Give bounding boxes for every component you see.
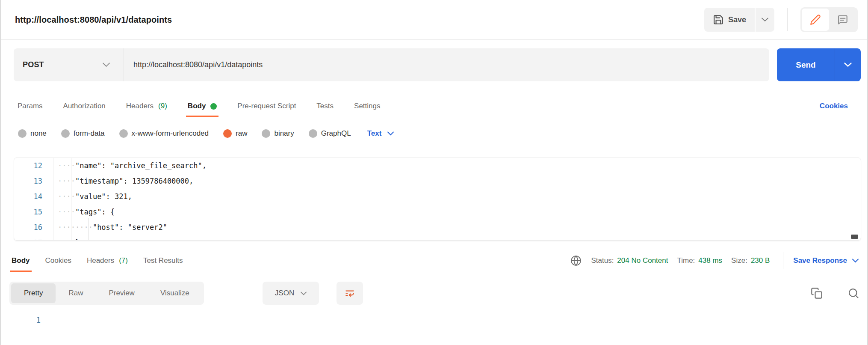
line-number: 13 bbox=[14, 173, 53, 189]
save-response-button[interactable]: Save Response bbox=[793, 256, 859, 265]
tab-label: Settings bbox=[354, 102, 380, 110]
response-tab-headers[interactable]: Headers(7) bbox=[87, 248, 128, 273]
method-selector[interactable]: POST bbox=[14, 48, 124, 81]
time-value: 438 ms bbox=[698, 256, 722, 265]
response-tab-cookies[interactable]: Cookies bbox=[45, 248, 71, 273]
tab-label: Tests bbox=[316, 102, 334, 110]
code-content: "name": "archive_file_search", bbox=[75, 161, 207, 170]
code-content: "tags": { bbox=[75, 208, 115, 216]
globe-icon[interactable] bbox=[570, 255, 582, 266]
code-text: ····"value": 321, bbox=[53, 192, 132, 201]
tab-headers[interactable]: Headers(9) bbox=[126, 94, 167, 118]
status-divider bbox=[783, 252, 783, 269]
tab-label: Pre-request Script bbox=[237, 102, 296, 110]
edit-mode-button[interactable] bbox=[802, 9, 829, 31]
request-header: http://localhost:8080/api/v1/datapoints … bbox=[1, 0, 867, 40]
rest-client-window: http://localhost:8080/api/v1/datapoints … bbox=[0, 0, 868, 345]
tab-pre-request-script[interactable]: Pre-request Script bbox=[237, 94, 296, 118]
line-number: 17 bbox=[14, 235, 53, 241]
whitespace-dots: ···· bbox=[58, 177, 75, 185]
pencil-icon bbox=[810, 14, 821, 25]
text-wrap-icon bbox=[344, 288, 355, 299]
code-line: 14 ····"value": 321, bbox=[14, 189, 861, 204]
status-pair: Status:204 No Content bbox=[591, 256, 668, 265]
request-tabs: Params Authorization Headers(9) Body Pre… bbox=[1, 94, 867, 118]
chevron-down-icon bbox=[844, 62, 852, 67]
whitespace-dots: ···· bbox=[58, 161, 75, 170]
scrollbar-thumb[interactable] bbox=[851, 235, 858, 239]
tab-params[interactable]: Params bbox=[18, 94, 43, 118]
radio-label: x-www-form-urlencoded bbox=[132, 129, 209, 138]
save-split-button: Save bbox=[704, 8, 774, 32]
response-toolbar: Pretty Raw Preview Visualize JSON bbox=[1, 282, 867, 305]
editor-scrollbar[interactable] bbox=[849, 158, 861, 240]
url-input[interactable] bbox=[124, 48, 769, 81]
tab-label: Body bbox=[12, 256, 30, 265]
radio-form-data[interactable]: form-data bbox=[61, 129, 105, 138]
radio-raw[interactable]: raw bbox=[223, 129, 247, 138]
response-format-dropdown[interactable]: JSON bbox=[263, 282, 319, 305]
response-tab-body[interactable]: Body bbox=[12, 248, 30, 273]
response-line: 1 bbox=[1, 312, 867, 328]
tab-label: Test Results bbox=[143, 256, 183, 265]
view-preview[interactable]: Preview bbox=[96, 283, 147, 303]
send-button[interactable]: Send bbox=[777, 48, 835, 81]
save-options-button[interactable] bbox=[756, 8, 774, 32]
copy-response-button[interactable] bbox=[809, 286, 824, 301]
code-content: "host": "server2" bbox=[93, 223, 167, 232]
view-visualize[interactable]: Visualize bbox=[148, 283, 202, 303]
time-label: Time: bbox=[677, 256, 695, 265]
search-response-button[interactable] bbox=[846, 286, 861, 301]
send-options-button[interactable] bbox=[835, 48, 861, 81]
send-button-label: Send bbox=[796, 60, 815, 70]
response-view-switcher: Pretty Raw Preview Visualize bbox=[9, 282, 204, 305]
radio-none[interactable]: none bbox=[18, 129, 47, 138]
whitespace-dots: ···· bbox=[58, 208, 75, 216]
raw-format-dropdown[interactable]: Text bbox=[367, 129, 394, 138]
line-number: 16 bbox=[14, 220, 53, 235]
code-content: "timestamp": 1359786400000, bbox=[75, 177, 193, 185]
tab-settings[interactable]: Settings bbox=[354, 94, 380, 118]
radio-selected-icon bbox=[223, 129, 232, 138]
tab-label: Params bbox=[18, 102, 43, 110]
radio-icon bbox=[262, 129, 270, 138]
view-pretty[interactable]: Pretty bbox=[11, 283, 56, 303]
chevron-down-icon bbox=[852, 259, 859, 263]
code-line: 17 ····} bbox=[14, 235, 861, 241]
comment-icon bbox=[837, 14, 848, 25]
cookies-link[interactable]: Cookies bbox=[820, 94, 848, 118]
request-url-bar: POST bbox=[14, 48, 769, 81]
tab-authorization[interactable]: Authorization bbox=[63, 94, 106, 118]
code-line: 13 ····"timestamp": 1359786400000, bbox=[14, 173, 861, 189]
code-text: ····"name": "archive_file_search", bbox=[53, 161, 207, 170]
code-content: "value": 321, bbox=[75, 192, 132, 201]
header-actions: Save bbox=[704, 7, 858, 32]
edit-comment-toggle bbox=[800, 7, 858, 32]
wrap-lines-button[interactable] bbox=[337, 282, 363, 305]
view-raw[interactable]: Raw bbox=[56, 283, 96, 303]
save-button[interactable]: Save bbox=[704, 8, 755, 32]
tab-tests[interactable]: Tests bbox=[316, 94, 334, 118]
tab-label: Body bbox=[188, 102, 206, 110]
line-number: 15 bbox=[14, 204, 53, 220]
radio-graphql[interactable]: GraphQL bbox=[309, 129, 351, 138]
response-tab-test-results[interactable]: Test Results bbox=[143, 248, 183, 273]
request-body-editor[interactable]: 12 ····"name": "archive_file_search", 13… bbox=[14, 158, 861, 241]
comments-button[interactable] bbox=[829, 9, 856, 31]
tab-label: Authorization bbox=[63, 102, 106, 110]
radio-icon bbox=[309, 129, 317, 138]
size-value: 230 B bbox=[751, 256, 770, 265]
response-body-viewer[interactable]: 1 bbox=[1, 312, 867, 345]
request-title: http://localhost:8080/api/v1/datapoints bbox=[15, 15, 172, 25]
method-label: POST bbox=[23, 60, 44, 69]
search-icon bbox=[847, 287, 859, 299]
tab-body[interactable]: Body bbox=[188, 94, 217, 118]
body-modified-dot bbox=[210, 103, 217, 110]
chevron-down-icon bbox=[762, 18, 768, 22]
copy-icon bbox=[811, 287, 823, 299]
radio-binary[interactable]: binary bbox=[262, 129, 294, 138]
radio-x-www-form-urlencoded[interactable]: x-www-form-urlencoded bbox=[119, 129, 209, 138]
code-text: ····} bbox=[53, 238, 80, 241]
status-label: Status: bbox=[591, 256, 614, 265]
line-number: 1 bbox=[23, 316, 41, 324]
